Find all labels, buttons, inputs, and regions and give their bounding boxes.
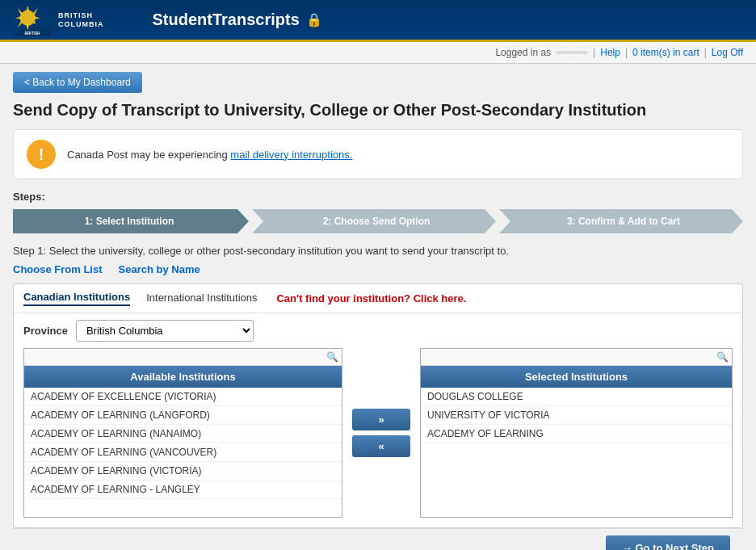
available-institutions-list[interactable]: ACADEMY OF EXCELLENCE (VICTORIA) ACADEMY… bbox=[24, 388, 342, 517]
list-item[interactable]: UNIVERSITY OF VICTORIA bbox=[421, 406, 732, 425]
step-3-arrow: 3: Confirm & Add to Cart bbox=[499, 209, 743, 233]
selected-institutions-box: 🔍 Selected Institutions DOUGLAS COLLEGE … bbox=[420, 348, 733, 518]
available-institutions-box: 🔍 Available Institutions ACADEMY OF EXCE… bbox=[23, 348, 342, 518]
tab-international-institutions[interactable]: International Institutions bbox=[146, 292, 257, 305]
list-item[interactable]: ACADEMY OF LEARNING (VICTORIA) bbox=[24, 462, 342, 481]
warning-box: ! Canada Post may be experiencing mail d… bbox=[13, 129, 743, 179]
logo-area: BRITISH BRITISH COLUMBIA bbox=[13, 4, 104, 36]
svg-marker-7 bbox=[18, 20, 23, 27]
province-name: BRITISH bbox=[58, 11, 104, 20]
steps-label: Steps: bbox=[13, 191, 743, 203]
list-item[interactable]: ACADEMY OF LEARNING - LANGLEY bbox=[24, 481, 342, 499]
transfer-buttons: » « bbox=[349, 409, 414, 457]
app-title-text: StudentTranscripts bbox=[153, 10, 300, 29]
list-item[interactable]: ACADEMY OF LEARNING bbox=[421, 425, 732, 443]
lock-icon: 🔒 bbox=[306, 12, 322, 27]
available-search-row: 🔍 bbox=[24, 349, 342, 366]
province-label: Province bbox=[23, 325, 68, 337]
list-item[interactable]: ACADEMY OF LEARNING (NANAIMO) bbox=[24, 425, 342, 443]
svg-text:BRITISH: BRITISH bbox=[25, 31, 41, 36]
selected-institutions-header: Selected Institutions bbox=[421, 366, 732, 388]
divider1: | bbox=[593, 47, 595, 58]
bottom-bar: → Go to Next Step bbox=[13, 528, 743, 550]
list-item[interactable]: ACADEMY OF LEARNING (VANCOUVER) bbox=[24, 443, 342, 462]
warning-icon: ! bbox=[27, 140, 56, 169]
add-institution-button[interactable]: » bbox=[352, 409, 410, 430]
available-search-icon: 🔍 bbox=[326, 351, 338, 363]
svg-point-0 bbox=[20, 10, 36, 25]
warning-prefix: Canada Post may be experiencing bbox=[67, 149, 230, 161]
username-display bbox=[556, 51, 588, 54]
list-area: 🔍 Available Institutions ACADEMY OF EXCE… bbox=[14, 348, 742, 527]
divider2: | bbox=[625, 47, 628, 58]
warning-text: Canada Post may be experiencing mail del… bbox=[67, 149, 352, 161]
choose-row: Choose From List Search by Name bbox=[13, 263, 743, 275]
go-to-next-step-button[interactable]: → Go to Next Step bbox=[606, 535, 730, 550]
available-institutions-header: Available Institutions bbox=[24, 366, 342, 388]
step-1-label: 1: Select Institution bbox=[85, 216, 174, 227]
top-bar: Logged in as | Help | 0 item(s) in cart … bbox=[0, 42, 756, 64]
list-item[interactable]: ACADEMY OF LEARNING (LANGFORD) bbox=[24, 406, 342, 425]
search-by-name-link[interactable]: Search by Name bbox=[119, 263, 200, 275]
list-item[interactable]: ACADEMY OF EXCELLENCE (VICTORIA) bbox=[24, 388, 342, 406]
province-row: Province British Columbia Alberta Saskat… bbox=[14, 313, 742, 348]
selected-search-icon: 🔍 bbox=[716, 351, 729, 363]
province-name2: COLUMBIA bbox=[58, 20, 104, 29]
svg-marker-6 bbox=[33, 7, 38, 15]
cant-find-link[interactable]: Can't find your institution? Click here. bbox=[276, 292, 466, 304]
bc-logo: BRITISH bbox=[13, 4, 52, 36]
svg-marker-1 bbox=[26, 5, 29, 11]
svg-marker-4 bbox=[34, 16, 40, 19]
logged-in-label: Logged in as bbox=[495, 47, 551, 58]
steps-row: 1: Select Institution 2: Choose Send Opt… bbox=[13, 209, 743, 233]
divider3: | bbox=[704, 47, 707, 58]
list-item[interactable]: DOUGLAS COLLEGE bbox=[421, 388, 732, 406]
selected-institutions-list[interactable]: DOUGLAS COLLEGE UNIVERSITY OF VICTORIA A… bbox=[421, 388, 732, 517]
step-3-label: 3: Confirm & Add to Cart bbox=[567, 216, 680, 227]
step-2-label: 2: Choose Send Option bbox=[323, 216, 430, 227]
selected-search-row: 🔍 bbox=[421, 349, 732, 366]
remove-institution-button[interactable]: « bbox=[352, 435, 410, 457]
choose-from-list-link[interactable]: Choose From List bbox=[13, 263, 103, 275]
cart-link[interactable]: 0 item(s) in cart bbox=[632, 47, 699, 58]
tabs-row: Canadian Institutions International Inst… bbox=[14, 284, 742, 313]
page-title: Send Copy of Transcript to University, C… bbox=[13, 101, 743, 120]
step-2-arrow: 2: Choose Send Option bbox=[252, 209, 496, 233]
step-description: Step 1: Select the university, college o… bbox=[13, 245, 743, 257]
content-area: < Back to My Dashboard Send Copy of Tran… bbox=[0, 64, 756, 550]
header: BRITISH BRITISH COLUMBIA StudentTranscri… bbox=[0, 0, 756, 42]
help-link[interactable]: Help bbox=[600, 47, 620, 58]
main-panel: Canadian Institutions International Inst… bbox=[13, 283, 743, 528]
logoff-link[interactable]: Log Off bbox=[712, 47, 743, 58]
warning-link[interactable]: mail delivery interruptions. bbox=[230, 149, 352, 161]
step-1-arrow: 1: Select Institution bbox=[13, 209, 249, 233]
app-title: StudentTranscripts 🔒 bbox=[153, 10, 322, 29]
svg-marker-3 bbox=[15, 16, 22, 19]
province-select[interactable]: British Columbia Alberta Saskatchewan Ma… bbox=[76, 320, 254, 342]
back-to-dashboard-button[interactable]: < Back to My Dashboard bbox=[13, 72, 142, 93]
tab-canadian-institutions[interactable]: Canadian Institutions bbox=[23, 291, 130, 306]
svg-marker-5 bbox=[18, 7, 23, 15]
